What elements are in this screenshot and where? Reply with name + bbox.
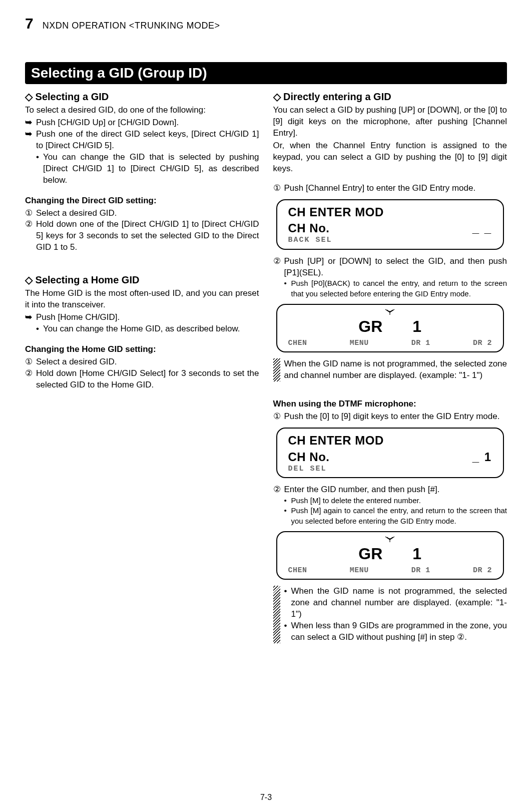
content-columns: ◇ Selecting a GID To select a desired GI… <box>25 90 507 648</box>
list-text: You can change the GID that is selected … <box>43 152 259 186</box>
softkey-label: MENU <box>350 566 369 576</box>
bullet-icon: • <box>36 323 43 335</box>
list-text: Push [Channel Entry] to enter the GID En… <box>284 183 507 194</box>
right-column: ◇ Directly entering a GID You can select… <box>273 90 507 648</box>
list-text: Hold down [Home CH/GID Select] for 3 sec… <box>36 368 259 391</box>
list-item: • You can change the Home GID, as descri… <box>25 323 259 335</box>
body-text: The Home GID is the most often-used ID, … <box>25 288 259 311</box>
lcd-line: GR 1 <box>288 316 492 337</box>
list-item: ① Push the [0] to [9] digit keys to ente… <box>273 411 507 423</box>
circle-1-icon: ① <box>25 356 36 368</box>
lcd-label: CH No. <box>288 449 330 465</box>
circle-2-icon: ② <box>25 219 36 230</box>
body-text: You can select a GID by pushing [UP] or … <box>273 105 507 139</box>
list-item: ➥ Push [CH/GID Up] or [CH/GID Down]. <box>25 117 259 129</box>
lcd-display: GR 1 CHEN MENU DR 1 DR 2 <box>276 531 504 580</box>
list-item: • Push [M] to delete the entered number. <box>273 496 507 506</box>
lcd-line: GR 1 <box>288 543 492 565</box>
note-text: When the GID name is not programmed, the… <box>284 358 507 381</box>
softkey-label: CHEN <box>288 338 307 348</box>
left-column: ◇ Selecting a GID To select a desired GI… <box>25 90 259 648</box>
bullet-icon: • <box>284 496 291 506</box>
bullet-icon: • <box>284 278 291 288</box>
minor-heading: When using the DTMF microphone: <box>273 398 507 410</box>
list-item: ① Select a desired GID. <box>25 208 259 219</box>
hatch-icon <box>273 358 280 381</box>
minor-heading: Changing the Direct GID setting: <box>25 195 259 207</box>
lcd-value: 1 <box>412 543 421 565</box>
circle-1-icon: ① <box>25 208 36 219</box>
lcd-softkeys: CHEN MENU DR 1 DR 2 <box>288 338 492 348</box>
lcd-line: CH No. _ 1 <box>288 449 492 465</box>
bullet-icon: • <box>36 152 43 163</box>
note-text: When less than 9 GIDs are programmed in … <box>291 620 507 643</box>
lcd-label: CH No. <box>288 220 330 236</box>
list-item: ② Enter the GID number, and then push [#… <box>273 484 507 496</box>
arrow-icon: ➥ <box>25 117 36 129</box>
list-text: Push [M] again to cancel the entry, and … <box>291 506 507 526</box>
lcd-softkeys: CHEN MENU DR 1 DR 2 <box>288 566 492 576</box>
lcd-line: CH No. _ _ <box>288 220 492 236</box>
note-block: •When the GID name is not programmed, th… <box>273 586 507 643</box>
list-text: Push [M] to delete the entered number. <box>291 496 507 506</box>
list-item: • Push [P0](BACK) to cancel the entry, a… <box>273 278 507 299</box>
list-item: • You can change the GID that is selecte… <box>25 152 259 186</box>
lcd-line: CH ENTER MOD <box>288 433 492 449</box>
softkey-label: DR 2 <box>473 566 492 576</box>
bullet-icon: • <box>284 586 291 620</box>
circle-2-icon: ② <box>273 484 284 496</box>
page-number: 7-3 <box>0 793 532 802</box>
list-item: ① Push [Channel Entry] to enter the GID … <box>273 183 507 194</box>
softkey-label: DR 2 <box>473 338 492 348</box>
circle-1-icon: ① <box>273 411 284 423</box>
list-item: ① Select a desired GID. <box>25 356 259 368</box>
circle-1-icon: ① <box>273 183 284 194</box>
lcd-value: _ 1 <box>472 449 492 465</box>
arrow-icon: ➥ <box>25 312 36 323</box>
arrow-icon: ➥ <box>25 129 36 140</box>
bullet-icon: • <box>284 506 291 516</box>
list-item: ② Hold down [Home CH/GID Select] for 3 s… <box>25 368 259 391</box>
lcd-softkeys: DEL SEL <box>288 464 492 474</box>
list-text: Hold down one of the [Direct CH/GID 1] t… <box>36 219 259 253</box>
page-header: 7 NXDN OPERATION <TRUNKING MODE> <box>25 15 507 32</box>
lcd-line: CH ENTER MOD <box>288 204 492 220</box>
list-text: Push [P0](BACK) to cancel the entry, and… <box>291 278 507 299</box>
softkey-label: MENU <box>350 338 369 348</box>
list-text: Enter the GID number, and then push [#]. <box>284 484 507 496</box>
list-item: • Push [M] again to cancel the entry, an… <box>273 506 507 526</box>
minor-heading: Changing the Home GID setting: <box>25 344 259 355</box>
lcd-display: GR 1 CHEN MENU DR 1 DR 2 <box>276 304 504 352</box>
lcd-display: CH ENTER MOD CH No. _ _ BACK SEL <box>276 199 504 250</box>
lcd-display: CH ENTER MOD CH No. _ 1 DEL SEL <box>276 428 504 478</box>
chapter-title: NXDN OPERATION <TRUNKING MODE> <box>43 21 220 31</box>
note-content: •When the GID name is not programmed, th… <box>284 586 507 643</box>
list-text: Push [UP] or [DOWN] to select the GID, a… <box>284 256 507 279</box>
circle-2-icon: ② <box>273 256 284 267</box>
list-text: Select a desired GID. <box>36 208 259 219</box>
softkey-label: DR 1 <box>411 338 430 348</box>
antenna-icon <box>385 309 395 315</box>
note-block: When the GID name is not programmed, the… <box>273 358 507 381</box>
list-text: You can change the Home GID, as describe… <box>43 323 259 335</box>
subheading-home-gid: ◇ Selecting a Home GID <box>25 273 259 287</box>
lcd-label: GR <box>358 543 382 565</box>
list-text: Push [Home CH/GID]. <box>36 312 259 323</box>
lcd-value: 1 <box>412 316 421 337</box>
chapter-number: 7 <box>25 15 34 32</box>
list-text: Select a desired GID. <box>36 356 259 368</box>
lcd-softkeys: BACK SEL <box>288 235 492 245</box>
section-title-bar: Selecting a GID (Group ID) <box>25 62 507 84</box>
list-text: Push one of the direct GID select keys, … <box>36 129 259 152</box>
subheading-direct-entry: ◇ Directly entering a GID <box>273 90 507 104</box>
bullet-icon: • <box>284 620 291 643</box>
list-text: Push [CH/GID Up] or [CH/GID Down]. <box>36 117 259 129</box>
list-text: Push the [0] to [9] digit keys to enter … <box>284 411 507 423</box>
subheading-selecting-gid: ◇ Selecting a GID <box>25 90 259 104</box>
list-item: ➥ Push one of the direct GID select keys… <box>25 129 259 152</box>
lcd-label: GR <box>358 316 382 337</box>
intro-text: To select a desired GID, do one of the f… <box>25 105 259 116</box>
list-item: ② Hold down one of the [Direct CH/GID 1]… <box>25 219 259 253</box>
softkey-label: CHEN <box>288 566 307 576</box>
list-item: ② Push [UP] or [DOWN] to select the GID,… <box>273 256 507 279</box>
